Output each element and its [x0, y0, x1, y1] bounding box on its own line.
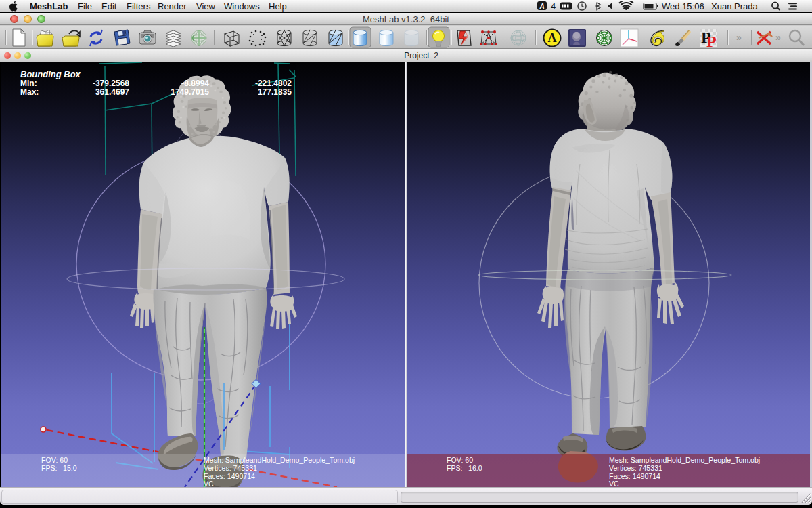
svg-text:-379.2568: -379.2568: [93, 79, 129, 88]
svg-text:»: »: [775, 32, 781, 43]
svg-text:»: »: [736, 32, 742, 43]
svg-text:VC: VC: [609, 480, 619, 487]
svg-text:Mesh: SampleandHold_Demo_Peopl: Mesh: SampleandHold_Demo_People_Tom.obj: [609, 456, 760, 464]
svg-text:15.0: 15.0: [63, 464, 77, 472]
svg-text:FOV: 60: FOV: 60: [41, 456, 68, 464]
svg-text:A: A: [548, 31, 557, 45]
svg-text:4: 4: [551, 1, 556, 12]
svg-text:-221.4802: -221.4802: [255, 79, 292, 88]
svg-text:FOV: 60: FOV: 60: [447, 456, 473, 464]
svg-text:-8.8994: -8.8994: [181, 79, 209, 88]
svg-text:FPS:: FPS:: [41, 464, 58, 472]
svg-text:Mesh: SampleandHold_Demo_Peopl: Mesh: SampleandHold_Demo_People_Tom.obj: [204, 456, 355, 464]
svg-text:Vertices: 745331: Vertices: 745331: [609, 464, 662, 472]
svg-text:Vertices: 745331: Vertices: 745331: [204, 464, 257, 472]
svg-text:P: P: [706, 33, 717, 49]
svg-text:1749.7015: 1749.7015: [171, 87, 209, 97]
svg-text:16.0: 16.0: [468, 464, 482, 472]
svg-text:Min:: Min:: [20, 79, 37, 88]
svg-text:Max:: Max:: [20, 87, 39, 97]
svg-text:361.4697: 361.4697: [95, 87, 129, 97]
svg-text:VC: VC: [204, 480, 214, 487]
svg-text:177.1835: 177.1835: [258, 87, 292, 97]
svg-text:Bounding Box: Bounding Box: [20, 69, 81, 79]
svg-text:A: A: [539, 3, 544, 10]
svg-text:FPS:: FPS:: [447, 464, 463, 472]
